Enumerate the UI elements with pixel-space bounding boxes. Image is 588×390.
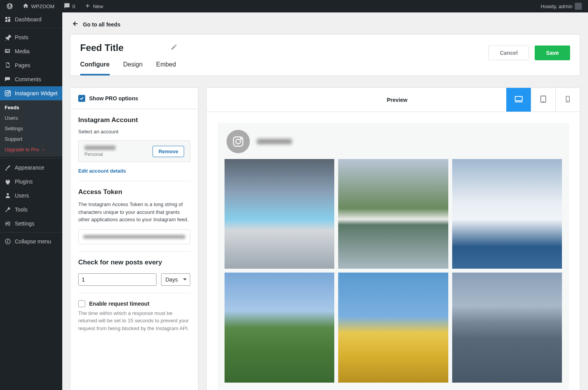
comments-link[interactable]: 0 [61,0,78,12]
ig-handle-redacted [257,139,292,144]
account-title: Instagram Account [78,116,190,124]
submenu: Feeds Users Settings Support Upgrade to … [0,100,62,157]
remove-button[interactable]: Remove [153,146,184,157]
comment-icon [4,75,12,83]
back-link[interactable]: Go to all feeds [70,20,580,28]
main-content: Go to all feeds Feed Title Configure Des… [62,12,588,390]
token-input[interactable] [78,229,190,244]
svg-point-3 [7,193,9,195]
check-number-input[interactable] [78,273,156,286]
svg-point-4 [5,239,11,244]
ig-header [225,130,562,153]
brush-icon [4,164,12,171]
pages-icon [4,61,12,69]
admin-bar-right: Howdy, admin [538,0,585,12]
check-unit-select[interactable]: Days [161,273,190,286]
check-title: Check for new posts every [78,259,190,266]
menu-plugins-label: Plugins [15,178,33,185]
menu-appearance[interactable]: Appearance [0,161,62,175]
menu-appearance-label: Appearance [15,164,44,171]
device-phone-tab[interactable] [555,88,580,112]
check-unit-value: Days [165,276,178,283]
menu-divider [0,157,62,159]
account-box: Personal Remove [78,140,190,162]
site-link[interactable]: WPZOOM [19,0,58,12]
howdy-text: Howdy, admin [541,3,572,9]
timeout-label: Enable request timeout [89,301,149,307]
collapse-icon [4,238,12,245]
menu-dashboard[interactable]: Dashboard [0,12,62,26]
wordpress-logo-icon[interactable] [3,0,16,12]
ig-photo[interactable] [452,159,562,269]
device-tablet-tab[interactable] [531,88,555,112]
menu-dashboard-label: Dashboard [15,16,42,23]
feed-title: Feed Title [80,42,124,53]
check-section: Check for new posts every Days [70,252,198,293]
device-desktop-tab[interactable] [506,88,531,112]
save-button[interactable]: Save [535,45,570,60]
tab-embed[interactable]: Embed [156,61,176,75]
menu-users-label: Users [15,192,29,199]
menu-divider [0,231,62,233]
preview-header: Preview [207,88,580,112]
token-value-redacted [83,235,185,239]
cancel-button[interactable]: Cancel [488,45,529,60]
ig-photo[interactable] [225,159,334,269]
svg-point-1 [7,92,9,94]
menu-settings[interactable]: Settings [0,217,62,231]
arrow-left-icon [72,20,79,28]
media-icon [4,47,12,55]
tabs: Configure Design Embed [80,61,177,75]
menu-posts-label: Posts [15,34,28,40]
tablet-icon [539,95,548,105]
pin-icon [4,33,12,41]
admin-bar-left: WPZOOM 0 New [3,0,106,12]
device-tabs [506,88,580,112]
account-sub: Select an account [78,129,190,135]
instagram-icon [4,89,12,97]
ig-photo[interactable] [338,159,448,269]
menu-comments-label: Comments [15,76,41,82]
user-menu[interactable]: Howdy, admin [538,0,585,12]
menu-tools[interactable]: Tools [0,203,62,217]
menu-media-label: Media [15,48,30,54]
admin-bar: WPZOOM 0 New Howdy, admin [0,0,588,12]
menu-instagram-label: Instagram Widget [15,90,58,96]
menu-tools-label: Tools [15,206,28,213]
ig-grid [225,159,562,383]
submenu-settings[interactable]: Settings [0,123,62,134]
avatar [575,3,582,10]
preview-panel: Preview [206,87,580,390]
new-link[interactable]: New [81,0,106,12]
preview-body [207,112,580,390]
desktop-icon [514,94,523,105]
submenu-upgrade[interactable]: Upgrade to Pro → [0,144,62,155]
menu-divider [0,26,62,28]
checkbox-show-pro[interactable] [78,95,85,102]
show-pro-row[interactable]: Show PRO options [70,88,198,109]
timeout-desc: The time within which a response must be… [78,310,190,332]
menu-comments[interactable]: Comments [0,72,62,86]
menu-posts[interactable]: Posts [0,30,62,44]
menu-pages[interactable]: Pages [0,58,62,72]
submenu-users[interactable]: Users [0,113,62,123]
tab-configure[interactable]: Configure [80,61,110,75]
edit-account-link[interactable]: Edit account details [78,168,126,174]
ig-photo[interactable] [225,273,334,382]
menu-instagram-widget[interactable]: Instagram Widget [0,86,62,100]
svg-point-7 [543,101,544,101]
menu-plugins[interactable]: Plugins [0,175,62,189]
timeout-section: Enable request timeout The time within w… [70,293,198,339]
ig-photo[interactable] [338,273,448,382]
pencil-icon[interactable] [170,44,177,52]
menu-media[interactable]: Media [0,44,62,58]
menu-users[interactable]: Users [0,189,62,203]
tab-design[interactable]: Design [123,61,143,75]
submenu-support[interactable]: Support [0,134,62,144]
checkbox-timeout[interactable] [78,300,85,307]
collapse-menu[interactable]: Collapse menu [0,234,62,248]
ig-photo[interactable] [452,273,562,382]
user-icon [4,192,12,199]
plug-icon [4,178,12,185]
submenu-feeds[interactable]: Feeds [0,102,62,113]
